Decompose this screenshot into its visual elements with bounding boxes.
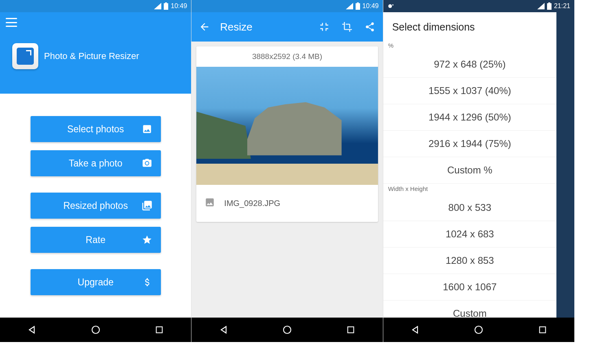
signal-icon xyxy=(346,3,353,9)
filename: IMG_0928.JPG xyxy=(224,199,280,208)
dim-option-wh[interactable]: 1280 x 853 xyxy=(383,248,556,274)
svg-rect-13 xyxy=(539,327,545,333)
dollar-icon xyxy=(141,276,153,288)
upgrade-label: Upgrade xyxy=(78,277,114,288)
crop-icon[interactable] xyxy=(340,20,354,34)
back-nav-icon[interactable] xyxy=(409,324,421,335)
svg-point-6 xyxy=(284,326,291,333)
android-nav-bar xyxy=(0,318,191,342)
svg-rect-3 xyxy=(156,327,163,333)
select-photos-button[interactable]: Select photos xyxy=(31,116,161,142)
android-nav-bar xyxy=(383,318,574,342)
dim-option-percent[interactable]: 972 x 648 (25%) xyxy=(383,51,556,78)
image-icon xyxy=(204,197,215,210)
status-time: 21:21 xyxy=(554,2,570,10)
signal-icon xyxy=(537,3,545,9)
resized-photos-button[interactable]: Resized photos xyxy=(31,193,161,219)
photo-dimensions: 3888x2592 (3.4 MB) xyxy=(196,46,378,67)
camera-icon xyxy=(141,158,153,169)
back-nav-icon[interactable] xyxy=(26,324,37,335)
dim-option-custom-percent[interactable]: Custom % xyxy=(383,157,556,184)
svg-rect-5 xyxy=(357,2,359,3)
svg-rect-1 xyxy=(165,2,167,3)
recent-nav-icon[interactable] xyxy=(537,324,548,335)
select-photos-label: Select photos xyxy=(67,124,124,135)
app-bar: Photo & Picture Resizer xyxy=(0,12,191,94)
svg-point-9 xyxy=(392,4,393,6)
svg-point-8 xyxy=(388,4,392,8)
screen-title: Resize xyxy=(220,21,308,33)
dialog-title: Select dimensions xyxy=(383,12,556,40)
take-photo-label: Take a photo xyxy=(69,158,123,169)
dim-option-wh[interactable]: 1600 x 1067 xyxy=(383,274,556,300)
status-bar: 10:49 xyxy=(0,0,191,12)
svg-rect-7 xyxy=(348,327,354,333)
home-body: Select photos Take a photo Resized photo… xyxy=(0,94,191,318)
upgrade-button[interactable]: Upgrade xyxy=(31,269,161,295)
battery-icon xyxy=(356,2,360,10)
photo-card: 3888x2592 (3.4 MB) IMG_0928.JPG xyxy=(196,46,378,222)
app-bar: Resize xyxy=(191,12,382,42)
dim-option-wh[interactable]: 800 x 533 xyxy=(383,195,556,221)
rate-button[interactable]: Rate xyxy=(31,227,161,253)
share-icon[interactable] xyxy=(363,20,377,34)
signal-icon xyxy=(154,3,161,9)
rate-label: Rate xyxy=(86,235,105,246)
svg-rect-11 xyxy=(548,2,550,3)
take-photo-button[interactable]: Take a photo xyxy=(31,150,161,176)
svg-rect-10 xyxy=(547,3,552,10)
photo-preview[interactable] xyxy=(196,67,378,185)
status-time: 10:49 xyxy=(363,2,379,10)
status-bar: 21:21 xyxy=(383,0,574,12)
dim-option-percent[interactable]: 1555 x 1037 (40%) xyxy=(383,78,556,104)
dim-option-custom-wh[interactable]: Custom xyxy=(383,300,556,318)
svg-rect-4 xyxy=(356,3,360,10)
group-wh-label: Width x Height xyxy=(383,184,556,195)
resized-photos-label: Resized photos xyxy=(63,200,128,211)
dim-option-wh[interactable]: 1024 x 683 xyxy=(383,221,556,248)
home-nav-icon[interactable] xyxy=(90,324,101,335)
dimensions-sheet: Select dimensions % 972 x 648 (25%) 1555… xyxy=(383,12,556,318)
battery-icon xyxy=(164,2,168,10)
back-icon[interactable] xyxy=(197,20,212,34)
record-icon xyxy=(387,2,395,10)
compress-icon[interactable] xyxy=(317,20,332,34)
recent-nav-icon[interactable] xyxy=(154,324,165,335)
back-nav-icon[interactable] xyxy=(218,324,229,335)
svg-rect-0 xyxy=(164,3,168,10)
home-nav-icon[interactable] xyxy=(281,324,293,335)
status-bar: 10:49 xyxy=(191,0,382,12)
filename-row: IMG_0928.JPG xyxy=(196,185,378,222)
resize-body: 3888x2592 (3.4 MB) IMG_0928.JPG xyxy=(191,42,382,318)
app-title: Photo & Picture Resizer xyxy=(44,51,139,61)
app-logo-icon xyxy=(12,43,38,69)
svg-point-2 xyxy=(92,326,99,333)
svg-point-12 xyxy=(475,326,482,333)
dim-option-percent[interactable]: 1944 x 1296 (50%) xyxy=(383,104,556,131)
page-margin xyxy=(574,0,611,364)
screen-dimensions: 21:21 Select dimensions % 972 x 648 (25%… xyxy=(383,0,574,342)
backdrop xyxy=(556,12,574,318)
gallery-icon xyxy=(141,200,153,211)
star-icon xyxy=(141,234,153,246)
dim-option-percent[interactable]: 2916 x 1944 (75%) xyxy=(383,131,556,157)
recent-nav-icon[interactable] xyxy=(345,324,356,335)
dimensions-body: Select dimensions % 972 x 648 (25%) 1555… xyxy=(383,12,574,318)
screen-home: 10:49 Photo & Picture Resizer Select pho… xyxy=(0,0,191,342)
home-nav-icon[interactable] xyxy=(473,324,484,335)
image-icon xyxy=(141,123,153,135)
android-nav-bar xyxy=(191,318,382,342)
brand: Photo & Picture Resizer xyxy=(6,43,139,69)
screen-resize: 10:49 Resize 3888x2592 (3.4 MB) xyxy=(191,0,383,342)
battery-icon xyxy=(547,2,552,10)
group-percent-label: % xyxy=(383,40,556,51)
status-time: 10:49 xyxy=(171,2,187,10)
menu-icon[interactable] xyxy=(6,18,17,27)
